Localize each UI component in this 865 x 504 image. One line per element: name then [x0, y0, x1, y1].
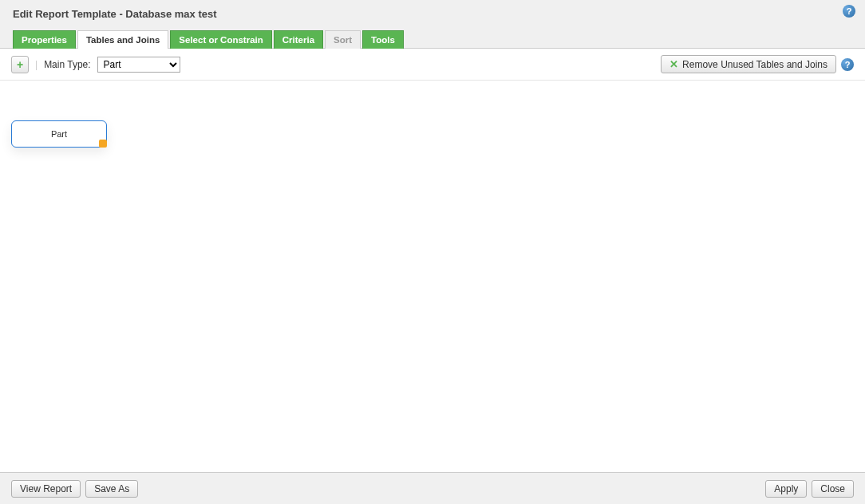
help-icon[interactable]: ?	[843, 5, 855, 18]
help-icon[interactable]: ?	[841, 58, 854, 71]
view-report-button[interactable]: View Report	[11, 480, 81, 498]
apply-button[interactable]: Apply	[765, 480, 807, 498]
tab-tables-and-joins[interactable]: Tables and Joins	[77, 30, 168, 49]
tab-properties[interactable]: Properties	[13, 30, 76, 49]
tab-criteria[interactable]: Criteria	[274, 30, 323, 49]
remove-icon: ✕	[669, 58, 678, 70]
entity-label: Part	[51, 129, 67, 139]
separator: |	[35, 59, 38, 70]
entity-part[interactable]: Part	[11, 120, 107, 148]
tab-select-or-constrain[interactable]: Select or Constrain	[170, 30, 271, 49]
toolbar: + | Main Type: Part ✕ Remove Unused Tabl…	[0, 49, 865, 81]
dialog-title: Edit Report Template - Database max test	[13, 8, 217, 20]
plus-icon: +	[17, 59, 23, 70]
footer-bar: View Report Save As Apply Close	[0, 472, 865, 504]
entity-join-handle[interactable]	[99, 140, 107, 148]
add-table-button[interactable]: +	[11, 56, 29, 73]
save-as-button[interactable]: Save As	[85, 480, 138, 498]
tabs-bar: Properties Tables and Joins Select or Co…	[0, 23, 865, 48]
join-canvas[interactable]: Part	[0, 81, 865, 463]
main-type-label: Main Type:	[44, 59, 90, 70]
main-type-select[interactable]: Part	[97, 57, 180, 73]
remove-unused-label: Remove Unused Tables and Joins	[682, 59, 827, 70]
tab-tools[interactable]: Tools	[362, 30, 404, 49]
close-button[interactable]: Close	[812, 480, 854, 498]
remove-unused-button[interactable]: ✕ Remove Unused Tables and Joins	[661, 55, 836, 73]
tab-sort[interactable]: Sort	[325, 30, 361, 49]
